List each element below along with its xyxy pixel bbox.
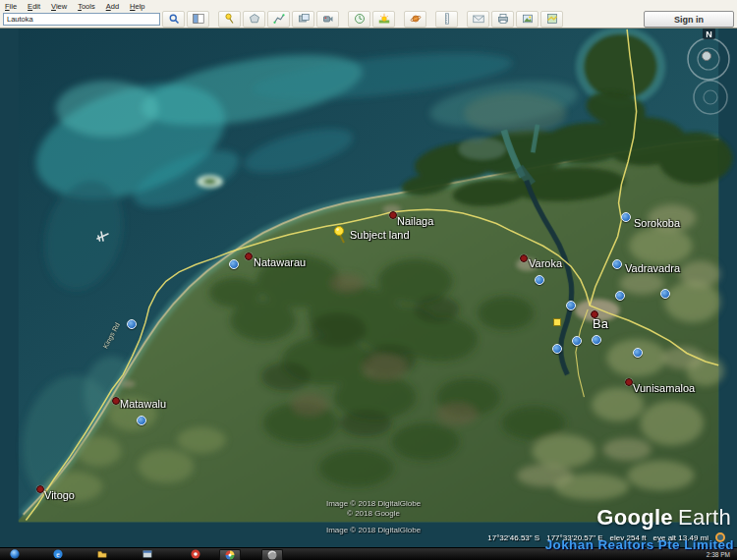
photo-icon[interactable] [535,275,544,285]
look-joystick [703,52,711,61]
watermark-earth: Earth [678,505,731,530]
realtor-overlay-text: Jokhan Realtors Pte Limited [545,537,734,552]
satellite-map-viewport[interactable]: NailagaSubject landNatawarauVarokaSoroko… [0,28,737,548]
north-label: N [706,29,712,39]
map-overlays: NailagaSubject landNatawarauVarokaSoroko… [0,28,737,548]
photo-icon[interactable] [592,335,601,345]
print-icon [497,11,509,28]
taskbar-folder-icon[interactable] [92,549,112,560]
taskbar-app-red-icon[interactable] [186,549,205,560]
app-chrome: FileEditViewToolsAddHelp Sign in [0,0,737,28]
google-earth-watermark: GoogleEarth [596,505,731,531]
place-marker-vunisamaloa[interactable] [625,378,633,386]
menu-tools[interactable]: Tools [78,2,95,11]
taskbar-google-earth-icon[interactable] [261,549,283,560]
place-label-vadravadra[interactable]: Vadravadra [625,262,680,274]
save-image-icon [522,11,534,28]
view-in-maps-button[interactable] [540,11,563,28]
photo-icon[interactable] [127,319,137,329]
photo-icon[interactable] [660,289,670,299]
menu-help[interactable]: Help [130,2,144,11]
place-marker-vitogo[interactable] [36,485,44,493]
menu-bar: FileEditViewToolsAddHelp [0,0,737,11]
ruler-button[interactable] [435,11,458,28]
place-label-nailaga[interactable]: Nailaga [397,215,433,227]
place-label-varoka[interactable]: Varoka [529,257,562,269]
add-image-overlay-button[interactable] [292,11,314,28]
menu-file[interactable]: File [5,2,17,11]
place-marker-nailaga[interactable] [389,211,397,219]
toolbar: Sign in [0,11,737,28]
attribution-line: © 2018 Google [290,509,457,518]
sign-in-button[interactable]: Sign in [644,11,734,28]
place-photo-sorokoba[interactable] [621,212,631,222]
photo-icon[interactable] [633,348,643,358]
ruler-icon [441,11,453,28]
search-input[interactable] [3,13,160,26]
place-label-matawalu[interactable]: Matawalu [120,398,166,410]
place-photo-vadravadra[interactable] [612,259,622,269]
place-label-ba[interactable]: Ba [593,316,608,331]
place-label-natawarau[interactable]: Natawarau [254,256,306,268]
menu-add[interactable]: Add [106,2,119,11]
taskbar-app-colorful-icon[interactable] [219,549,241,560]
add-image-overlay-icon [298,11,310,28]
taskbar-internet-explorer-icon[interactable]: e [48,549,68,560]
taskbar-clock[interactable]: 2:38 PM [707,551,730,558]
toggle-sidebar-button[interactable] [187,11,209,28]
photo-icon[interactable] [137,416,146,425]
record-tour-button[interactable] [316,11,339,28]
road-name-label: Kings Rd [101,321,121,349]
email-icon [473,11,484,28]
view-in-maps-icon [546,11,558,28]
photo-icon[interactable] [552,344,562,354]
photo-icon[interactable] [566,301,576,310]
add-placemark-button[interactable] [218,11,241,28]
attribution-line: Image © 2018 DigitalGlobe [290,526,457,534]
place-label-vunisamaloa[interactable]: Vunisamaloa [633,382,695,394]
add-path-icon [273,11,285,28]
sunlight-icon [378,11,390,28]
menu-view[interactable]: View [51,2,67,11]
place-marker-natawarau[interactable] [245,252,253,260]
menu-edit[interactable]: Edit [28,2,40,11]
navigation-controls[interactable]: N [678,28,737,147]
record-tour-icon [322,11,334,28]
airplane-icon [96,230,110,244]
taskbar-app-window-icon[interactable] [138,549,157,560]
save-image-button[interactable] [516,11,539,28]
add-polygon-button[interactable] [243,11,265,28]
place-label-vitogo[interactable]: Vitogo [44,489,75,501]
sunlight-button[interactable] [372,11,395,28]
photo-icon[interactable] [229,259,239,269]
switch-planets-button[interactable] [404,11,426,28]
place-marker-varoka[interactable] [520,254,528,262]
add-placemark-icon [224,11,236,28]
historical-imagery-icon [354,11,366,28]
print-button[interactable] [491,11,514,28]
yellow-marker[interactable] [553,318,561,326]
attribution-line: Image © 2018 DigitalGlobe [290,499,457,508]
toggle-sidebar-icon [193,11,204,28]
photo-icon[interactable] [615,291,625,301]
historical-imagery-button[interactable] [348,11,370,28]
subject-land-pushpin[interactable] [333,224,349,246]
place-label-subject-land[interactable]: Subject land [350,229,410,241]
search-button[interactable] [162,11,185,28]
watermark-google: Google [596,505,673,530]
switch-planets-icon [410,11,422,28]
email-button[interactable] [467,11,489,28]
place-marker-matawalu[interactable] [112,397,120,405]
place-label-sorokoba[interactable]: Sorokoba [634,217,680,229]
taskbar-start-button[interactable] [5,549,25,560]
add-polygon-icon [249,11,260,28]
add-path-button[interactable] [267,11,290,28]
search-icon [168,11,180,28]
photo-icon[interactable] [572,336,582,346]
latitude-readout: 17°32'46.53" S [487,533,539,542]
